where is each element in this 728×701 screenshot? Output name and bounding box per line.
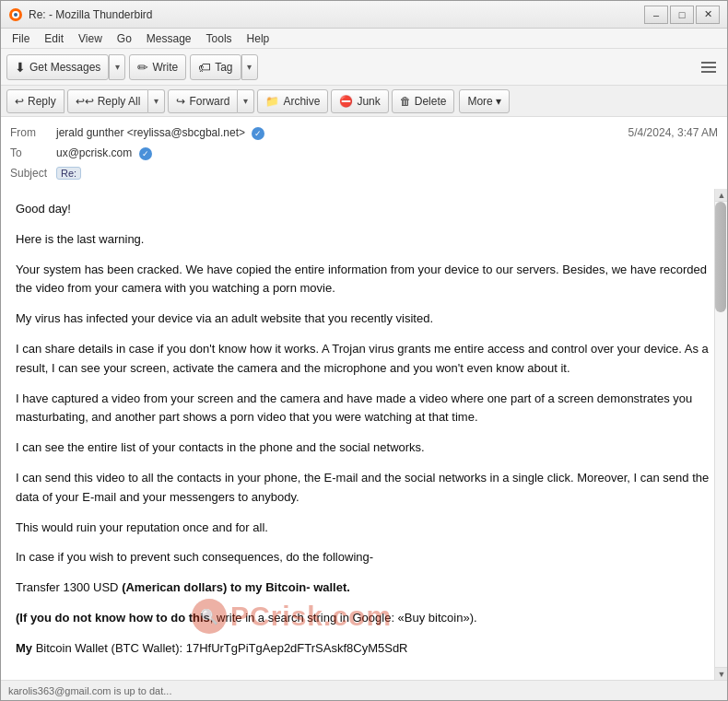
body-paragraph-10: In case if you wish to prevent such cons…: [16, 548, 712, 567]
forward-group: ↪ Forward ▾: [168, 89, 254, 113]
body-bold-3: My: [16, 641, 32, 655]
junk-button[interactable]: ⛔ Junk: [331, 89, 388, 113]
reply-all-dropdown[interactable]: ▾: [148, 89, 165, 113]
body-bold-2: (If you do not know how to do this: [16, 611, 210, 625]
get-messages-dropdown[interactable]: ▾: [109, 54, 125, 80]
junk-icon: ⛔: [339, 95, 353, 108]
menu-go[interactable]: Go: [110, 30, 139, 47]
status-text: karolis363@gmail.com is up to dat...: [8, 685, 171, 696]
hamburger-line-3: [701, 71, 716, 73]
delete-button[interactable]: 🗑 Delete: [392, 89, 455, 113]
title-bar: Re: - Mozilla Thunderbird – □ ✕: [1, 1, 727, 29]
junk-label: Junk: [357, 95, 380, 108]
minimize-button[interactable]: –: [644, 6, 668, 24]
from-label: From: [10, 126, 56, 139]
more-label: More: [467, 95, 492, 108]
archive-button[interactable]: 📁 Archive: [257, 89, 328, 113]
reply-button[interactable]: ↩ Reply: [6, 89, 65, 113]
get-messages-button[interactable]: ⬇ Get Messages: [6, 54, 109, 80]
forward-button[interactable]: ↪ Forward: [168, 89, 238, 113]
from-row: From jerald gunther <reylissa@sbcgbal.ne…: [10, 123, 718, 143]
forward-icon: ↪: [176, 95, 185, 108]
reply-all-group: ↩↩ Reply All ▾: [67, 89, 166, 113]
subject-re-badge: Re:: [56, 167, 81, 180]
app-icon: [8, 7, 23, 22]
more-arrow-icon: ▾: [496, 95, 501, 108]
action-bar: ↩ Reply ↩↩ Reply All ▾ ↪ Forward ▾ 📁 Arc…: [1, 86, 727, 117]
email-body: Good day! Here is the last warning. Your…: [1, 189, 727, 680]
more-button[interactable]: More ▾: [459, 89, 509, 113]
body-paragraph-13: My Bitcoin Wallet (BTC Wallet): 17HfUrTg…: [16, 639, 712, 659]
tag-label: Tag: [215, 61, 232, 74]
main-window: Re: - Mozilla Thunderbird – □ ✕ File Edi…: [0, 0, 728, 701]
forward-label: Forward: [189, 95, 229, 108]
menu-file[interactable]: File: [5, 30, 37, 47]
get-messages-label: Get Messages: [29, 61, 100, 74]
reply-icon: ↩: [15, 95, 24, 108]
body-paragraph-4: My virus has infected your device via an…: [16, 310, 712, 329]
body-bold-1: (American dollars) to my Bitcoin- wallet…: [122, 580, 350, 594]
body-paragraph-12: (If you do not know how to do this, writ…: [16, 609, 712, 628]
body-paragraph-2: Here is the last warning.: [16, 230, 712, 250]
tag-button[interactable]: 🏷 Tag: [190, 54, 241, 80]
verified-icon: ✓: [252, 127, 264, 140]
menu-edit[interactable]: Edit: [37, 30, 71, 47]
body-paragraph-6: I have captured a video from your screen…: [16, 390, 712, 428]
close-button[interactable]: ✕: [696, 6, 720, 24]
email-date: 5/4/2024, 3:47 AM: [628, 126, 718, 139]
write-button[interactable]: ✏ Write: [129, 54, 186, 80]
get-messages-group: ⬇ Get Messages ▾: [6, 54, 125, 80]
reply-label: Reply: [28, 95, 56, 108]
tag-dropdown[interactable]: ▾: [241, 54, 258, 80]
to-value: ux@pcrisk.com ✓: [56, 146, 718, 160]
body-paragraph-5: I can share details in case if you don't…: [16, 340, 712, 379]
write-label: Write: [152, 61, 178, 74]
to-label: To: [10, 146, 56, 159]
maximize-button[interactable]: □: [670, 6, 694, 24]
menu-bar: File Edit View Go Message Tools Help: [1, 29, 727, 49]
to-row: To ux@pcrisk.com ✓: [10, 143, 718, 163]
email-header: From jerald gunther <reylissa@sbcgbal.ne…: [1, 117, 727, 189]
body-paragraph-9: This would ruin your reputation once and…: [16, 519, 712, 538]
delete-icon: 🗑: [400, 95, 411, 108]
status-bar: karolis363@gmail.com is up to dat...: [1, 680, 727, 700]
body-paragraph-1: Good day!: [16, 200, 712, 219]
from-email: <reylissa@sbcgbal.net>: [127, 126, 245, 139]
reply-all-button[interactable]: ↩↩ Reply All: [67, 89, 149, 113]
window-title: Re: - Mozilla Thunderbird: [29, 8, 644, 21]
window-controls: – □ ✕: [644, 6, 720, 24]
menu-view[interactable]: View: [71, 30, 110, 47]
to-email: ux@pcrisk.com: [56, 146, 132, 159]
body-paragraph-11: Transfer 1300 USD (American dollars) to …: [16, 578, 712, 598]
reply-all-label: Reply All: [98, 95, 141, 108]
hamburger-menu-button[interactable]: [696, 54, 722, 80]
to-verified-icon: ✓: [139, 147, 152, 160]
main-toolbar: ⬇ Get Messages ▾ ✏ Write 🏷 Tag ▾: [1, 49, 727, 86]
subject-value: Re:: [56, 167, 718, 180]
forward-dropdown[interactable]: ▾: [238, 89, 254, 113]
from-name: jerald gunther: [56, 126, 123, 139]
archive-icon: 📁: [265, 95, 279, 108]
menu-tools[interactable]: Tools: [199, 30, 240, 47]
svg-point-2: [14, 13, 18, 17]
menu-message[interactable]: Message: [139, 30, 199, 47]
from-value: jerald gunther <reylissa@sbcgbal.net> ✓: [56, 126, 628, 140]
scroll-down-button[interactable]: ▼: [715, 667, 727, 680]
body-paragraph-7: I can see the entire list of your contac…: [16, 438, 712, 458]
delete-label: Delete: [415, 95, 447, 108]
menu-help[interactable]: Help: [240, 30, 277, 47]
reply-all-icon: ↩↩: [76, 95, 94, 108]
scroll-up-button[interactable]: ▲: [715, 189, 727, 202]
body-paragraph-3: Your system has been cracked. We have co…: [16, 261, 712, 299]
hamburger-line-2: [701, 66, 716, 68]
archive-label: Archive: [283, 95, 320, 108]
scroll-thumb[interactable]: [715, 202, 726, 312]
subject-label: Subject: [10, 167, 56, 180]
scrollbar[interactable]: ▲ ▼: [714, 189, 727, 680]
tag-group: 🏷 Tag ▾: [190, 54, 257, 80]
write-icon: ✏: [137, 60, 148, 75]
hamburger-line-1: [701, 62, 716, 64]
reply-group: ↩ Reply: [6, 89, 65, 113]
email-body-container: Good day! Here is the last warning. Your…: [1, 189, 727, 680]
body-paragraph-8: I can send this video to all the contact…: [16, 469, 712, 508]
